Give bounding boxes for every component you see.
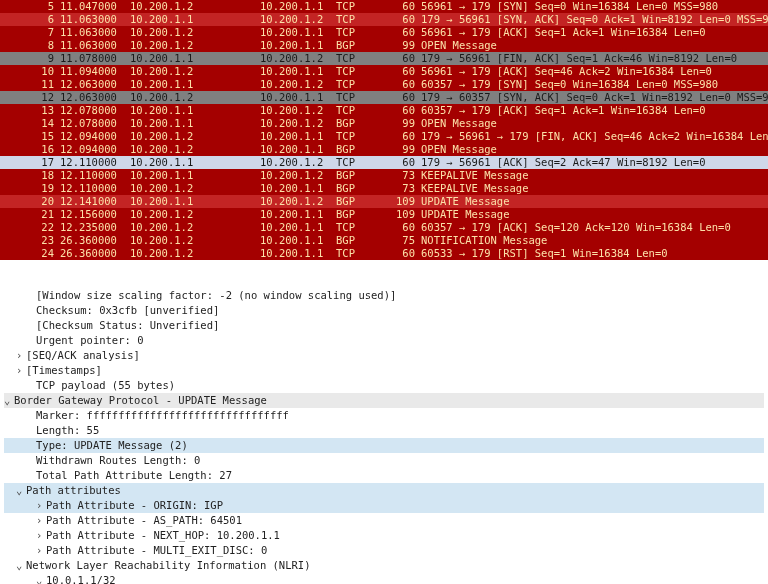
detail-bgp-pathattr-header[interactable]: ⌄Path attributes	[4, 483, 764, 498]
packet-cell-time: 11.078000	[60, 52, 130, 65]
packet-row[interactable]: 2426.36000010.200.1.210.200.1.1TCP606053…	[0, 247, 768, 260]
packet-cell-len: 109	[381, 208, 421, 221]
packet-row[interactable]: 1512.09400010.200.1.210.200.1.1TCP60179 …	[0, 130, 768, 143]
packet-row[interactable]: 1011.09400010.200.1.210.200.1.1TCP605696…	[0, 65, 768, 78]
detail-bgp-nlri-header[interactable]: ⌄Network Layer Reachability Information …	[4, 558, 764, 573]
packet-cell-no: 19	[0, 182, 60, 195]
packet-cell-time: 12.110000	[60, 169, 130, 182]
packet-row[interactable]: 511.04700010.200.1.210.200.1.1TCP6056961…	[0, 0, 768, 13]
packet-row[interactable]: 1412.07800010.200.1.110.200.1.2BGP99OPEN…	[0, 117, 768, 130]
packet-cell-info: 56961 → 179 [ACK] Seq=46 Ack=2 Win=16384…	[421, 65, 768, 78]
packet-cell-info: 56961 → 179 [SYN] Seq=0 Win=16384 Len=0 …	[421, 0, 768, 13]
packet-row[interactable]: 1912.11000010.200.1.210.200.1.1BGP73KEEP…	[0, 182, 768, 195]
packet-cell-proto: TCP	[336, 65, 381, 78]
detail-tcp-wsf[interactable]: [Window size scaling factor: -2 (no wind…	[4, 288, 764, 303]
packet-cell-dst: 10.200.1.1	[260, 91, 336, 104]
packet-cell-time: 12.078000	[60, 104, 130, 117]
packet-cell-proto: BGP	[336, 143, 381, 156]
packet-row[interactable]: 2112.15600010.200.1.210.200.1.1BGP109UPD…	[0, 208, 768, 221]
packet-cell-time: 12.235000	[60, 221, 130, 234]
packet-row[interactable]: 2212.23500010.200.1.210.200.1.1TCP606035…	[0, 221, 768, 234]
detail-bgp-pa-aspath[interactable]: ›Path Attribute - AS_PATH: 64501	[4, 513, 764, 528]
packet-cell-src: 10.200.1.2	[130, 0, 260, 13]
detail-bgp-header[interactable]: ⌄Border Gateway Protocol - UPDATE Messag…	[4, 393, 764, 408]
packet-cell-src: 10.200.1.2	[130, 143, 260, 156]
packet-row[interactable]: 1312.07800010.200.1.110.200.1.2TCP606035…	[0, 104, 768, 117]
packet-cell-info: 179 → 56961 [FIN, ACK] Seq=1 Ack=46 Win=…	[421, 52, 768, 65]
detail-bgp-length[interactable]: Length: 55	[4, 423, 764, 438]
packet-cell-no: 16	[0, 143, 60, 156]
detail-bgp-pa-nexthop[interactable]: ›Path Attribute - NEXT_HOP: 10.200.1.1	[4, 528, 764, 543]
packet-cell-proto: BGP	[336, 234, 381, 247]
packet-list-pane[interactable]: 511.04700010.200.1.210.200.1.1TCP6056961…	[0, 0, 768, 260]
packet-row[interactable]: 1812.11000010.200.1.110.200.1.2BGP73KEEP…	[0, 169, 768, 182]
detail-tcp-urgent[interactable]: Urgent pointer: 0	[4, 333, 764, 348]
packet-cell-time: 26.360000	[60, 234, 130, 247]
packet-cell-src: 10.200.1.1	[130, 156, 260, 169]
packet-cell-no: 23	[0, 234, 60, 247]
packet-cell-no: 15	[0, 130, 60, 143]
pane-divider[interactable]	[0, 260, 768, 282]
packet-cell-no: 7	[0, 26, 60, 39]
packet-row[interactable]: 711.06300010.200.1.210.200.1.1TCP6056961…	[0, 26, 768, 39]
packet-row[interactable]: 611.06300010.200.1.110.200.1.2TCP60179 →…	[0, 13, 768, 26]
packet-cell-src: 10.200.1.1	[130, 78, 260, 91]
packet-cell-len: 60	[381, 65, 421, 78]
packet-cell-no: 18	[0, 169, 60, 182]
detail-tcp-payload[interactable]: TCP payload (55 bytes)	[4, 378, 764, 393]
packet-cell-time: 12.078000	[60, 117, 130, 130]
packet-cell-proto: BGP	[336, 39, 381, 52]
packet-cell-len: 60	[381, 91, 421, 104]
packet-cell-src: 10.200.1.2	[130, 39, 260, 52]
packet-cell-info: 60357 → 179 [ACK] Seq=120 Ack=120 Win=16…	[421, 221, 768, 234]
packet-cell-len: 99	[381, 39, 421, 52]
packet-row[interactable]: 1712.11000010.200.1.110.200.1.2TCP60179 …	[0, 156, 768, 169]
detail-bgp-totalpath[interactable]: Total Path Attribute Length: 27	[4, 468, 764, 483]
detail-bgp-marker[interactable]: Marker: ffffffffffffffffffffffffffffffff	[4, 408, 764, 423]
packet-cell-src: 10.200.1.2	[130, 26, 260, 39]
detail-bgp-nlri-entry[interactable]: ⌄10.0.1.1/32	[4, 573, 764, 584]
packet-cell-no: 6	[0, 13, 60, 26]
packet-cell-info: OPEN Message	[421, 143, 768, 156]
detail-tcp-seqack[interactable]: ›[SEQ/ACK analysis]	[4, 348, 764, 363]
packet-cell-info: KEEPALIVE Message	[421, 182, 768, 195]
packet-cell-dst: 10.200.1.1	[260, 234, 336, 247]
packet-cell-dst: 10.200.1.1	[260, 221, 336, 234]
packet-row[interactable]: 2012.14100010.200.1.110.200.1.2BGP109UPD…	[0, 195, 768, 208]
chevron-right-icon: ›	[16, 363, 26, 378]
detail-tcp-timestamps[interactable]: ›[Timestamps]	[4, 363, 764, 378]
packet-cell-dst: 10.200.1.1	[260, 26, 336, 39]
packet-cell-dst: 10.200.1.1	[260, 65, 336, 78]
detail-bgp-pa-med[interactable]: ›Path Attribute - MULTI_EXIT_DISC: 0	[4, 543, 764, 558]
packet-row[interactable]: 811.06300010.200.1.210.200.1.1BGP99OPEN …	[0, 39, 768, 52]
packet-row[interactable]: 911.07800010.200.1.110.200.1.2TCP60179 →…	[0, 52, 768, 65]
packet-cell-len: 73	[381, 182, 421, 195]
packet-cell-no: 24	[0, 247, 60, 260]
detail-bgp-type[interactable]: Type: UPDATE Message (2)	[4, 438, 764, 453]
packet-cell-len: 60	[381, 104, 421, 117]
detail-bgp-pa-origin[interactable]: ›Path Attribute - ORIGIN: IGP	[4, 498, 764, 513]
packet-cell-len: 60	[381, 78, 421, 91]
packet-row[interactable]: 2326.36000010.200.1.210.200.1.1BGP75NOTI…	[0, 234, 768, 247]
packet-row[interactable]: 1112.06300010.200.1.110.200.1.2TCP606035…	[0, 78, 768, 91]
detail-tcp-checksum-status[interactable]: [Checksum Status: Unverified]	[4, 318, 764, 333]
packet-cell-dst: 10.200.1.2	[260, 78, 336, 91]
packet-cell-dst: 10.200.1.1	[260, 130, 336, 143]
packet-cell-no: 5	[0, 0, 60, 13]
packet-detail-pane[interactable]: [Window size scaling factor: -2 (no wind…	[0, 282, 768, 584]
packet-cell-info: NOTIFICATION Message	[421, 234, 768, 247]
packet-row[interactable]: 1212.06300010.200.1.210.200.1.1TCP60179 …	[0, 91, 768, 104]
detail-tcp-checksum[interactable]: Checksum: 0x3cfb [unverified]	[4, 303, 764, 318]
packet-cell-info: 179 → 56961 [SYN, ACK] Seq=0 Ack=1 Win=8…	[421, 13, 768, 26]
packet-cell-len: 60	[381, 13, 421, 26]
packet-cell-dst: 10.200.1.2	[260, 104, 336, 117]
packet-cell-src: 10.200.1.1	[130, 52, 260, 65]
packet-cell-src: 10.200.1.1	[130, 104, 260, 117]
packet-cell-time: 26.360000	[60, 247, 130, 260]
packet-cell-src: 10.200.1.2	[130, 208, 260, 221]
chevron-right-icon: ›	[36, 528, 46, 543]
packet-row[interactable]: 1612.09400010.200.1.210.200.1.1BGP99OPEN…	[0, 143, 768, 156]
packet-cell-len: 60	[381, 26, 421, 39]
detail-bgp-withdrawn[interactable]: Withdrawn Routes Length: 0	[4, 453, 764, 468]
packet-cell-len: 75	[381, 234, 421, 247]
